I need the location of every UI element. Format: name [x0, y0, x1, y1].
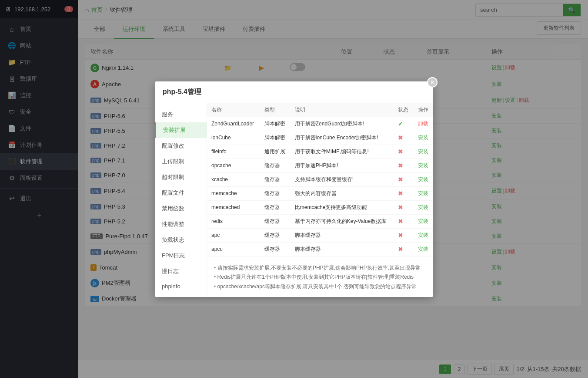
- ext-action-link[interactable]: 安装: [418, 176, 428, 182]
- ext-type: 缓存器: [260, 242, 291, 256]
- list-item: memcached 缓存器 比memcache支持更多高级功能 ✖ 安装: [207, 200, 433, 214]
- modal-title: php-5.4管理: [163, 88, 201, 97]
- modal-nav-disable-func[interactable]: 禁用函数: [155, 201, 207, 216]
- ext-table: 名称 类型 说明 状态 操作 ZendGuardLoader 脚本解密 用于解密…: [207, 103, 433, 256]
- modal-nav-config-file[interactable]: 配置文件: [155, 185, 207, 201]
- ext-name: ZendGuardLoader: [207, 117, 260, 131]
- ext-col-name: 名称: [207, 103, 260, 117]
- modal-nav-slow-log[interactable]: 慢日志: [155, 263, 207, 279]
- ext-desc: 用于加速PHP脚本!: [291, 159, 394, 172]
- ext-col-type: 类型: [260, 103, 291, 117]
- ext-action-link[interactable]: 安装: [418, 162, 428, 169]
- ext-status: ✖: [394, 159, 413, 172]
- not-installed-cross-icon: ✖: [398, 232, 403, 239]
- ext-action-cell: 安装: [414, 186, 433, 200]
- ext-desc: 用于解密ZendGuard加密脚本!: [291, 117, 394, 131]
- ext-type: 脚本解密: [260, 131, 291, 145]
- ext-action-cell: 安装: [414, 200, 433, 214]
- modal-nav-upload-limit[interactable]: 上传限制: [155, 154, 207, 169]
- list-item: fileinfo 通用扩展 用于获取文件MIME,编码等信息! ✖ 安装: [207, 145, 433, 159]
- ext-col-desc: 说明: [291, 103, 394, 117]
- ext-status: ✖: [394, 228, 413, 242]
- not-installed-cross-icon: ✖: [398, 148, 403, 155]
- not-installed-cross-icon: ✖: [398, 246, 403, 253]
- modal-dialog: php-5.4管理 × 服务 安装扩展 配置修改 上传限制 超时限制 配置文件 …: [155, 81, 433, 297]
- ext-action-link[interactable]: 安装: [418, 232, 428, 238]
- modal-nav-fpm-log[interactable]: FPM日志: [155, 248, 207, 263]
- ext-type: 缓存器: [260, 228, 291, 242]
- list-item: ionCube 脚本解密 用于解密ionCube Encoder加密脚本! ✖ …: [207, 131, 433, 145]
- ext-type: 通用扩展: [260, 145, 291, 159]
- ext-action-link[interactable]: 安装: [418, 218, 428, 224]
- ext-action-cell: 安装: [414, 159, 433, 172]
- ext-desc: 用于解密ionCube Encoder加密脚本!: [291, 131, 394, 145]
- ext-type: 缓存器: [260, 214, 291, 228]
- ext-action-link[interactable]: 安装: [418, 135, 428, 141]
- ext-name: apc: [207, 228, 260, 242]
- ext-status: ✖: [394, 200, 413, 214]
- ext-desc: 用于获取文件MIME,编码等信息!: [291, 145, 394, 159]
- ext-type: 缓存器: [260, 200, 291, 214]
- ext-status: ✖: [394, 131, 413, 145]
- modal-nav-load-status[interactable]: 负载状态: [155, 232, 207, 248]
- ext-status: ✖: [394, 172, 413, 186]
- ext-action-cell: 安装: [414, 214, 433, 228]
- list-item: xcache 缓存器 支持脚本缓存和变量缓存! ✖ 安装: [207, 172, 433, 186]
- ext-name: redis: [207, 214, 260, 228]
- ext-type: 缓存器: [260, 172, 291, 186]
- not-installed-cross-icon: ✖: [398, 162, 403, 169]
- modal-sidebar: 服务 安装扩展 配置修改 上传限制 超时限制 配置文件 禁用函数 性能调整 负载…: [155, 103, 207, 297]
- ext-name: ionCube: [207, 131, 260, 145]
- ext-action-link[interactable]: 安装: [418, 204, 428, 210]
- list-item: apc 缓存器 脚本缓存器 ✖ 安装: [207, 228, 433, 242]
- ext-desc: 强大的内容缓存器: [291, 186, 394, 200]
- ext-action-link[interactable]: 安装: [418, 246, 428, 252]
- list-item: memcache 缓存器 强大的内容缓存器 ✖ 安装: [207, 186, 433, 200]
- ext-type: 缓存器: [260, 186, 291, 200]
- ext-status: ✖: [394, 242, 413, 256]
- ext-action-link[interactable]: 安装: [418, 190, 428, 196]
- ext-status: ✖: [394, 214, 413, 228]
- modal-nav-install-ext[interactable]: 安装扩展: [155, 122, 207, 138]
- ext-status: ✖: [394, 186, 413, 200]
- ext-desc: 脚本缓存器: [291, 242, 394, 256]
- ext-desc: 脚本缓存器: [291, 228, 394, 242]
- ext-action-cell: 卸载: [414, 117, 433, 131]
- modal-main-content: 名称 类型 说明 状态 操作 ZendGuardLoader 脚本解密 用于解密…: [207, 103, 433, 297]
- ext-table-scroll: 名称 类型 说明 状态 操作 ZendGuardLoader 脚本解密 用于解密…: [207, 103, 433, 258]
- ext-action-cell: 安装: [414, 228, 433, 242]
- ext-name: opcache: [207, 159, 260, 172]
- ext-action-cell: 安装: [414, 242, 433, 256]
- ext-status: ✔: [394, 117, 413, 131]
- modal-body: 服务 安装扩展 配置修改 上传限制 超时限制 配置文件 禁用函数 性能调整 负载…: [155, 103, 433, 297]
- ext-desc: 比memcache支持更多高级功能: [291, 200, 394, 214]
- ext-col-action: 操作: [414, 103, 433, 117]
- modal-nav-service[interactable]: 服务: [155, 107, 207, 122]
- list-item: opcache 缓存器 用于加速PHP脚本! ✖ 安装: [207, 159, 433, 172]
- modal-nav-config-mod[interactable]: 配置修改: [155, 138, 207, 154]
- ext-desc: 支持脚本缓存和变量缓存!: [291, 172, 394, 186]
- not-installed-cross-icon: ✖: [398, 134, 403, 141]
- ext-action-cell: 安装: [414, 145, 433, 159]
- ext-type: 脚本解密: [260, 117, 291, 131]
- modal-overlay[interactable]: php-5.4管理 × 服务 安装扩展 配置修改 上传限制 超时限制 配置文件 …: [0, 0, 588, 378]
- list-item: apcu 缓存器 脚本缓存器 ✖ 安装: [207, 242, 433, 256]
- ext-name: fileinfo: [207, 145, 260, 159]
- ext-desc: 基于内存亦可持久化的Key-Value数据库: [291, 214, 394, 228]
- ext-name: memcache: [207, 186, 260, 200]
- footer-note: opcache/xcache/apc等脚本缓存扩展,请只安装其中1个,否则可能导…: [214, 282, 426, 292]
- modal-nav-timeout[interactable]: 超时限制: [155, 169, 207, 185]
- modal-header: php-5.4管理 ×: [155, 81, 433, 103]
- list-item: ZendGuardLoader 脚本解密 用于解密ZendGuard加密脚本! …: [207, 117, 433, 131]
- footer-note: Redis扩展只允许在1个PHP版本中使用,安装到其它PHP版本请在[软件管理]…: [214, 273, 426, 282]
- ext-action-cell: 安装: [414, 131, 433, 145]
- modal-close-button[interactable]: ×: [427, 77, 438, 88]
- ext-action-link[interactable]: 卸载: [418, 121, 428, 127]
- not-installed-cross-icon: ✖: [398, 204, 403, 211]
- modal-footer: 请按实际需求安装扩展,不要安装不必要的PHP扩展,这会影响PHP执行效率,甚至出…: [207, 258, 433, 297]
- modal-nav-perf-tune[interactable]: 性能调整: [155, 216, 207, 232]
- ext-name: memcached: [207, 200, 260, 214]
- modal-nav-phpinfo[interactable]: phpinfo: [155, 279, 207, 294]
- ext-action-link[interactable]: 安装: [418, 148, 428, 155]
- footer-note: 请按实际需求安装扩展,不要安装不必要的PHP扩展,这会影响PHP执行效率,甚至出…: [214, 263, 426, 273]
